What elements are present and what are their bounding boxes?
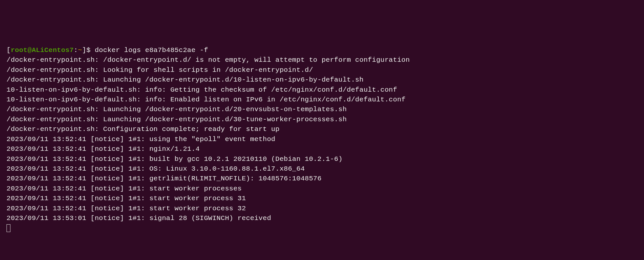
log-line: 2023/09/11 13:52:41 [notice] 1#1: nginx/… [7, 145, 200, 153]
command-input[interactable]: docker logs e8a7b485c2ae -f [95, 46, 208, 54]
log-line: 2023/09/11 13:52:41 [notice] 1#1: start … [7, 195, 246, 202]
log-line: /docker-entrypoint.sh: /docker-entrypoin… [7, 56, 410, 64]
prompt-open-bracket: [ [7, 46, 11, 54]
log-line: 2023/09/11 13:52:41 [notice] 1#1: getrli… [7, 175, 322, 182]
cursor [7, 224, 10, 232]
log-line: /docker-entrypoint.sh: Launching /docker… [7, 116, 347, 123]
log-line: 2023/09/11 13:52:41 [notice] 1#1: built … [7, 155, 343, 163]
log-line: 2023/09/11 13:52:41 [notice] 1#1: start … [7, 205, 246, 212]
prompt-colon: : [74, 46, 78, 54]
log-line: 2023/09/11 13:52:41 [notice] 1#1: start … [7, 185, 242, 192]
log-line: /docker-entrypoint.sh: Looking for shell… [7, 66, 313, 74]
log-line: 2023/09/11 13:52:41 [notice] 1#1: OS: Li… [7, 165, 305, 173]
log-line: 2023/09/11 13:53:01 [notice] 1#1: signal… [7, 214, 271, 222]
prompt-user-host: root@ALiCentos7 [11, 46, 74, 54]
log-line: /docker-entrypoint.sh: Configuration com… [7, 125, 280, 133]
log-line: /docker-entrypoint.sh: Launching /docker… [7, 106, 347, 113]
terminal-area[interactable]: [root@ALiCentos7:~]$ docker logs e8a7b48… [7, 46, 637, 233]
log-line: 2023/09/11 13:52:41 [notice] 1#1: using … [7, 136, 275, 143]
log-line: /docker-entrypoint.sh: Launching /docker… [7, 76, 364, 84]
log-line: 10-listen-on-ipv6-by-default.sh: info: E… [7, 96, 406, 103]
prompt-tilde: ~ [78, 46, 82, 54]
log-line: 10-listen-on-ipv6-by-default.sh: info: G… [7, 86, 397, 94]
prompt-close-bracket: ]$ [82, 46, 95, 54]
